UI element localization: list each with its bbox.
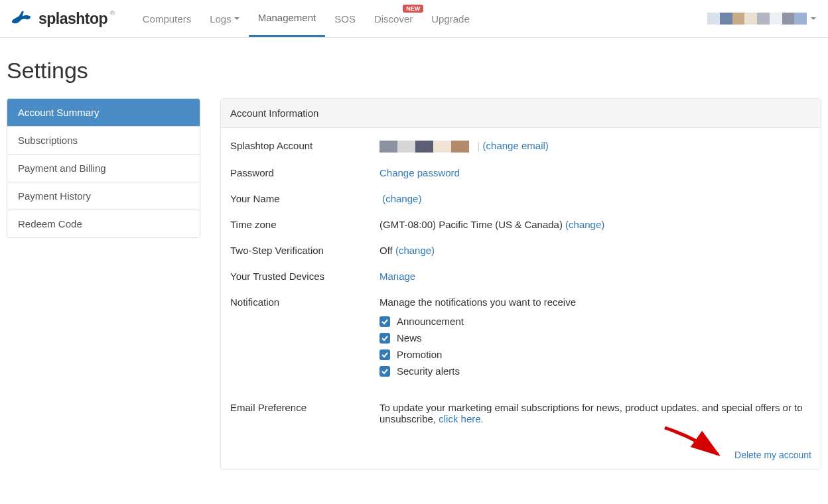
sidebar-item-account-summary[interactable]: Account Summary: [7, 99, 200, 127]
user-redacted: [707, 13, 807, 25]
settings-sidebar: Account Summary Subscriptions Payment an…: [7, 98, 200, 238]
sidebar-item-payment-billing[interactable]: Payment and Billing: [7, 155, 200, 182]
notif-security: Security alerts: [380, 365, 811, 377]
sidebar-item-payment-history[interactable]: Payment History: [7, 182, 200, 210]
page-container: Settings Account Summary Subscriptions P…: [0, 38, 828, 490]
row-password: Password Change password: [230, 167, 811, 178]
tz-value: (GMT-08:00) Pacific Time (US & Canada): [380, 219, 563, 230]
nav-items: Computers Logs Management SOS DiscoverNE…: [133, 0, 479, 37]
notif-news: News: [380, 332, 811, 344]
row-notification: Notification Manage the notifications yo…: [230, 296, 811, 382]
emailpref-label: Email Preference: [230, 402, 380, 413]
nav-management[interactable]: Management: [249, 0, 326, 37]
name-label: Your Name: [230, 193, 380, 204]
notif-promotion: Promotion: [380, 349, 811, 360]
manage-trusted-link[interactable]: Manage: [380, 271, 415, 282]
panel-header: Account Information: [221, 99, 821, 128]
change-name-link[interactable]: (change): [382, 193, 421, 204]
checkbox-news[interactable]: [380, 333, 390, 344]
check-icon: [381, 351, 389, 359]
nav-logs[interactable]: Logs: [200, 0, 249, 37]
password-label: Password: [230, 167, 380, 178]
check-icon: [381, 334, 389, 342]
twostep-value: Off: [380, 245, 393, 256]
delete-account-link[interactable]: Delete my account: [734, 450, 811, 460]
account-label: Splashtop Account: [230, 140, 380, 151]
nav-computers[interactable]: Computers: [133, 0, 200, 37]
checkbox-promotion[interactable]: [380, 349, 390, 360]
top-nav: splashtop ® Computers Logs Management SO…: [0, 0, 828, 38]
row-account: Splashtop Account | (change email): [230, 140, 811, 153]
nav-user-menu[interactable]: [707, 13, 823, 25]
check-icon: [381, 367, 389, 375]
change-email-link[interactable]: (change email): [483, 140, 549, 151]
row-twostep: Two-Step Verification Off (change): [230, 245, 811, 256]
new-badge: NEW: [403, 5, 423, 13]
trademark-icon: ®: [110, 10, 115, 17]
row-email-pref: Email Preference To update your marketin…: [230, 402, 811, 424]
splashtop-logo-icon: [9, 7, 33, 31]
logo-text: splashtop: [38, 10, 107, 28]
account-info-panel: Account Information Splashtop Account | …: [220, 98, 821, 470]
chevron-down-icon: [234, 17, 240, 20]
nav-upgrade[interactable]: Upgrade: [422, 0, 479, 37]
delete-account-row: Delete my account: [230, 450, 811, 460]
logo[interactable]: splashtop ®: [5, 0, 121, 37]
row-name: Your Name (change): [230, 193, 811, 204]
notif-label: Notification: [230, 296, 380, 308]
page-title: Settings: [7, 58, 821, 84]
sidebar-item-redeem-code[interactable]: Redeem Code: [7, 210, 200, 237]
row-trusted-devices: Your Trusted Devices Manage: [230, 271, 811, 282]
nav-discover[interactable]: DiscoverNEW: [365, 0, 422, 37]
row-timezone: Time zone (GMT-08:00) Pacific Time (US &…: [230, 219, 811, 230]
check-icon: [381, 318, 389, 326]
chevron-down-icon: [811, 17, 816, 20]
nav-sos[interactable]: SOS: [325, 0, 365, 37]
twostep-label: Two-Step Verification: [230, 245, 380, 256]
settings-layout: Account Summary Subscriptions Payment an…: [7, 98, 821, 470]
notif-announcement: Announcement: [380, 316, 811, 327]
tz-label: Time zone: [230, 219, 380, 230]
emailpref-link[interactable]: click here.: [439, 413, 484, 424]
change-password-link[interactable]: Change password: [380, 167, 460, 178]
change-tz-link[interactable]: (change): [565, 219, 604, 230]
change-twostep-link[interactable]: (change): [395, 245, 435, 256]
checkbox-security[interactable]: [380, 366, 390, 377]
notif-desc: Manage the notifications you want to rec…: [380, 296, 811, 308]
account-email-redacted: [380, 141, 469, 153]
sidebar-item-subscriptions[interactable]: Subscriptions: [7, 127, 200, 155]
trusted-label: Your Trusted Devices: [230, 271, 380, 282]
checkbox-announcement[interactable]: [380, 316, 390, 327]
